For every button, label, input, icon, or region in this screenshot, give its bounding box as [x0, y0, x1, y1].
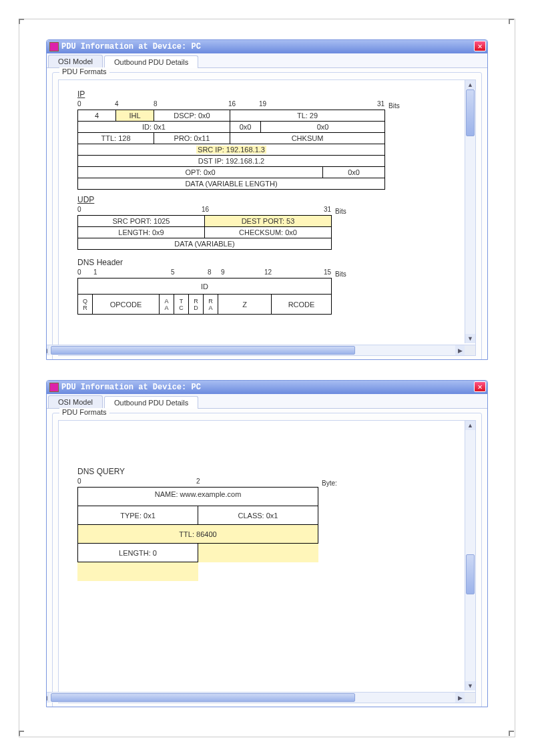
- ip-section-label: IP: [77, 89, 471, 99]
- scroll-left-icon[interactable]: ◀: [46, 693, 49, 703]
- fieldset-legend: PDU Formats: [59, 408, 109, 416]
- fieldset-legend: PDU Formats: [59, 67, 109, 75]
- pdu-formats-fieldset: PDU Formats DNS QUERY 0 2 Byte: NAME: ww…: [52, 413, 482, 707]
- horizontal-scrollbar[interactable]: ◀ ▶: [46, 692, 475, 703]
- scroll-thumb-h[interactable]: [51, 693, 355, 702]
- udp-section-label: UDP: [77, 195, 471, 204]
- udp-length: LENGTH: 0x9: [78, 227, 205, 238]
- scroll-up-icon[interactable]: ▲: [465, 421, 475, 430]
- ip-flags: 0x0: [230, 122, 261, 133]
- ip-opt: OPT: 0x0: [78, 167, 323, 178]
- close-button[interactable]: ✕: [474, 381, 486, 392]
- pdu-formats-fieldset: PDU Formats IP 0 4 8 16 19 31 Bits: [52, 72, 482, 360]
- ip-total-length: TL: 29: [230, 110, 385, 122]
- scroll-thumb[interactable]: [466, 89, 475, 136]
- titlebar[interactable]: PDU Information at Device: PC ✕: [47, 40, 487, 53]
- udp-data: DATA (VARIABLE): [78, 238, 332, 250]
- scroll-area: IP 0 4 8 16 19 31 Bits: [58, 79, 476, 356]
- udp-ruler: 0 16 31: [77, 206, 331, 215]
- document-frame: PDU Information at Device: PC ✕ OSI Mode…: [19, 19, 515, 737]
- dns-header-label: DNS Header: [77, 258, 471, 267]
- ip-padding: 0x0: [323, 167, 385, 178]
- dns-query-pad: [198, 544, 318, 562]
- pdu-window-2: PDU Information at Device: PC ✕ OSI Mode…: [46, 380, 488, 707]
- dns-query-ttl: TTL: 86400: [78, 525, 318, 544]
- pdu-window-1: PDU Information at Device: PC ✕ OSI Mode…: [46, 39, 488, 360]
- app-icon: [49, 42, 59, 51]
- dns-opcode: OPCODE: [93, 295, 160, 315]
- dns-aa: AA: [160, 295, 174, 315]
- tab-outbound-pdu[interactable]: Outbound PDU Details: [104, 396, 198, 409]
- ip-checksum: CHKSUM: [230, 133, 385, 144]
- ip-frag-offset: 0x0: [261, 122, 385, 133]
- udp-checksum: CHECKSUM: 0x0: [205, 227, 332, 238]
- scroll-down-icon[interactable]: ▼: [465, 334, 475, 343]
- dns-ra: RA: [204, 295, 218, 315]
- scroll-right-icon[interactable]: ▶: [455, 693, 465, 703]
- tab-osi-model[interactable]: OSI Model: [48, 55, 103, 67]
- ip-dscp: DSCP: 0x0: [154, 110, 230, 122]
- tab-bar: OSI Model Outbound PDU Details: [47, 394, 487, 409]
- udp-src-port: SRC PORT: 1025: [78, 216, 205, 227]
- dns-qr: QR: [78, 295, 93, 315]
- scroll-area: DNS QUERY 0 2 Byte: NAME: www.example.co…: [58, 420, 476, 703]
- tab-bar: OSI Model Outbound PDU Details: [47, 53, 487, 68]
- dns-query-table: NAME: www.example.com TYPE: 0x1 CLASS: 0…: [77, 487, 318, 581]
- udp-header-table: SRC PORT: 1025 DEST PORT: 53 LENGTH: 0x9…: [77, 215, 332, 250]
- tab-osi-model[interactable]: OSI Model: [48, 395, 103, 408]
- tab-outbound-pdu[interactable]: Outbound PDU Details: [104, 55, 198, 68]
- ip-ttl: TTL: 128: [78, 133, 154, 144]
- scroll-thumb-h[interactable]: [51, 346, 355, 355]
- dns-query-class: CLASS: 0x1: [198, 506, 318, 525]
- scroll-up-icon[interactable]: ▲: [465, 80, 475, 89]
- dns-rd: RD: [189, 295, 204, 315]
- ip-ruler: 0 4 8 16 19 31: [77, 100, 384, 110]
- udp-dst-port: DEST PORT: 53: [205, 216, 332, 227]
- ip-header-table: 4 IHL DSCP: 0x0 TL: 29 ID: 0x1 0x0 0x0 T…: [77, 110, 385, 190]
- dns-query-label: DNS QUERY: [77, 467, 471, 476]
- ip-ihl: IHL: [116, 110, 154, 122]
- dns-rcode: RCODE: [272, 295, 332, 315]
- window-title: PDU Information at Device: PC: [61, 42, 201, 51]
- dns-z: Z: [218, 295, 272, 315]
- app-icon: [49, 383, 59, 392]
- horizontal-scrollbar[interactable]: ◀ ▶: [46, 345, 475, 355]
- dns-tc: TC: [174, 295, 189, 315]
- vertical-scrollbar[interactable]: ▲ ▼: [465, 421, 475, 691]
- dns-header-table: ID QR OPCODE AA TC RD RA Z RCODE: [77, 278, 332, 315]
- scroll-thumb[interactable]: [466, 554, 475, 594]
- window-title: PDU Information at Device: PC: [61, 383, 201, 392]
- dns-query-length: LENGTH: 0: [78, 544, 198, 562]
- vertical-scrollbar[interactable]: ▲ ▼: [465, 80, 475, 343]
- scroll-down-icon[interactable]: ▼: [465, 681, 475, 691]
- dns-query-type: TYPE: 0x1: [78, 506, 198, 525]
- dns-query-name: NAME: www.example.com: [78, 488, 318, 506]
- dns-header-ruler: 0 1 5 8 9 12 15: [77, 268, 331, 278]
- ip-data: DATA (VARIABLE LENGTH): [78, 178, 385, 190]
- close-button[interactable]: ✕: [474, 41, 486, 51]
- scroll-right-icon[interactable]: ▶: [455, 345, 465, 355]
- ip-id: ID: 0x1: [78, 122, 230, 133]
- ip-protocol: PRO: 0x11: [154, 133, 230, 144]
- ip-version: 4: [78, 110, 116, 122]
- ip-src: SRC IP: 192.168.1.3: [78, 144, 385, 156]
- dns-query-ruler: 0 2: [77, 478, 318, 487]
- dns-id: ID: [78, 278, 332, 295]
- scroll-left-icon[interactable]: ◀: [46, 345, 49, 355]
- titlebar[interactable]: PDU Information at Device: PC ✕: [47, 381, 487, 394]
- ip-dst: DST IP: 192.168.1.2: [78, 156, 385, 167]
